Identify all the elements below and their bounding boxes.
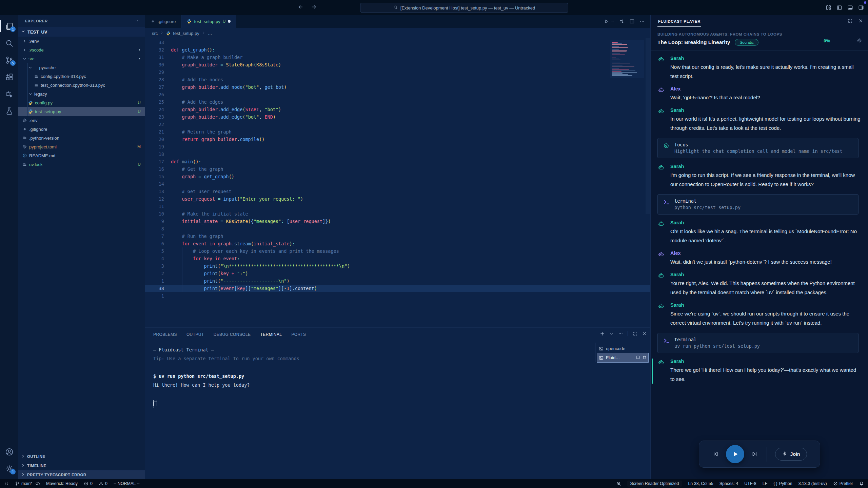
code-line[interactable]: 27 graph_builder.add_node("bot", get_bot… xyxy=(145,83,650,91)
code-line[interactable]: 31 # Make a graph builder xyxy=(145,54,650,61)
file-tree-item[interactable]: .python-version xyxy=(18,134,145,142)
file-tree-item[interactable]: legacy xyxy=(18,89,145,98)
project-root-row[interactable]: TEST_UV xyxy=(18,27,145,37)
file-tree-item[interactable]: .vscode● xyxy=(18,45,145,54)
terminal-tab-debug-console[interactable]: DEBUG CONSOLE xyxy=(214,328,251,341)
status-python[interactable]: { }Python xyxy=(773,481,792,486)
code-line[interactable]: 19 xyxy=(145,143,650,150)
code-line[interactable]: 2 print(key + ":") xyxy=(145,270,650,277)
status-zoom-in-icon[interactable] xyxy=(616,481,621,486)
run-icon[interactable] xyxy=(604,19,609,24)
code-line[interactable]: 26 xyxy=(145,91,650,98)
file-tree-item[interactable]: test_connection.cpython-313.pyc xyxy=(18,81,145,89)
status-0[interactable]: 0 xyxy=(84,481,93,486)
join-button[interactable]: Join xyxy=(775,448,807,461)
action-card-terminal[interactable]: terminalpython src/test_setup.py xyxy=(657,194,859,215)
status-spaces-4[interactable]: Spaces: 4 xyxy=(719,481,738,486)
activity-run-debug-button[interactable] xyxy=(0,85,18,102)
layout-sidebar-right-icon[interactable] xyxy=(858,5,864,11)
terminal-tab-ports[interactable]: PORTS xyxy=(291,328,306,341)
code-editor[interactable]: 3332def get_graph():31 # Make a graph bu… xyxy=(145,38,650,328)
code-line[interactable]: 18 xyxy=(145,150,650,158)
code-line[interactable]: 5 # Loop over each key in events and pri… xyxy=(145,247,650,255)
fluidcast-panel-title[interactable]: FLUIDCAST PLAYER xyxy=(657,16,701,27)
command-center[interactable]: [Extension Development Host] test_setup.… xyxy=(360,3,568,13)
code-line[interactable]: 11 xyxy=(145,203,650,210)
activity-source-control-button[interactable]: 5 xyxy=(0,52,18,68)
split-editor-icon[interactable] xyxy=(629,19,635,24)
layout-sidebar-left-icon[interactable] xyxy=(836,5,842,11)
file-tree-item[interactable]: .env xyxy=(18,116,145,125)
status-lf[interactable]: LF xyxy=(763,481,768,486)
code-line[interactable]: 33 xyxy=(145,39,650,46)
previous-button[interactable] xyxy=(712,450,719,458)
code-line[interactable]: 17def main(): xyxy=(145,158,650,165)
file-tree-item[interactable]: uv.lockU xyxy=(18,160,145,169)
status-screen-reader-optimized[interactable]: Screen Reader Optimized xyxy=(627,481,682,487)
activity-extensions-button[interactable] xyxy=(0,68,18,85)
ellipsis-icon[interactable] xyxy=(639,19,645,24)
code-line[interactable]: 25 # Add the edges xyxy=(145,98,650,106)
code-line[interactable]: 3 print("\n*****************************… xyxy=(145,262,650,270)
code-line[interactable]: 9 initial_state = K8sState({"messages": … xyxy=(145,218,650,225)
split-editor-icon[interactable] xyxy=(636,355,640,361)
breadcrumb-item[interactable]: … xyxy=(208,31,212,36)
maximize-icon[interactable] xyxy=(633,331,638,336)
code-line[interactable]: 15 graph = get_graph() xyxy=(145,173,650,180)
breadcrumb-item[interactable]: test_setup.py xyxy=(173,31,199,36)
close-panel-icon[interactable] xyxy=(858,18,863,25)
forward-arrow-icon[interactable] xyxy=(311,4,317,11)
action-card-focus[interactable]: focusHighlight the chat completion call … xyxy=(657,138,859,158)
code-line[interactable]: 24 graph_builder.add_edge(START, "bot") xyxy=(145,106,650,113)
terminal-tab-terminal[interactable]: TERMINAL xyxy=(260,328,282,341)
sidebar-section-timeline[interactable]: TIMELINE xyxy=(18,461,145,470)
sync-icon[interactable] xyxy=(619,19,625,24)
status-0[interactable]: 0 xyxy=(99,481,107,486)
terminal-output[interactable]: — Fluidcast Terminal —Tip: Use a separat… xyxy=(153,345,593,479)
status-ln-38-col-55[interactable]: Ln 38, Col 55 xyxy=(688,481,713,486)
layout-grid-icon[interactable] xyxy=(826,5,831,11)
terminal-instance-opencode[interactable]: opencode xyxy=(597,344,648,353)
file-tree-item[interactable]: __pycache__ xyxy=(18,63,145,72)
code-line[interactable]: 21 # Return the graph xyxy=(145,128,650,136)
file-tree-item[interactable]: test_setup.pyU xyxy=(18,107,145,116)
code-line[interactable]: 4 for key in event: xyxy=(145,255,650,262)
code-line[interactable]: 1 print("--------------------\n") xyxy=(145,277,650,285)
status-maverick-ready[interactable]: Maverick: Ready xyxy=(46,481,78,486)
code-line[interactable]: 16 # Get the graph xyxy=(145,165,650,173)
breadcrumb[interactable]: srctest_setup.py… xyxy=(145,28,650,38)
status-main-[interactable]: main* xyxy=(15,481,40,486)
code-line[interactable]: 1 xyxy=(145,292,650,300)
file-tree-item[interactable]: .gitignore xyxy=(18,125,145,134)
chevron-down-icon[interactable] xyxy=(609,331,614,336)
code-line[interactable]: 22 xyxy=(145,121,650,128)
breadcrumb-item[interactable]: src xyxy=(152,31,158,36)
plus-icon[interactable] xyxy=(600,331,605,336)
file-tree-item[interactable]: .venv xyxy=(18,37,145,45)
file-tree-item[interactable]: README.md xyxy=(18,151,145,160)
code-line[interactable]: 12 user_request = input("Enter your requ… xyxy=(145,195,650,203)
activity-explorer-button[interactable]: 1 xyxy=(0,18,18,35)
code-line[interactable]: 30 graph_builder = StateGraph(K8sState) xyxy=(145,61,650,68)
code-line[interactable]: 14 xyxy=(145,180,650,188)
terminal-instance-Fluid[interactable]: Fluid… xyxy=(597,353,648,362)
play-button[interactable] xyxy=(726,445,744,463)
code-line[interactable]: 20 return graph_builder.compile() xyxy=(145,136,650,143)
file-tree-item[interactable]: pyproject.tomlM xyxy=(18,142,145,151)
player-settings-gear-icon[interactable] xyxy=(856,38,862,44)
code-line[interactable]: 29 xyxy=(145,68,650,76)
code-line[interactable]: 8 xyxy=(145,225,650,232)
close-icon[interactable] xyxy=(642,331,647,336)
next-button[interactable] xyxy=(751,450,758,458)
trash-icon[interactable] xyxy=(642,355,647,361)
code-line[interactable]: 28 # Add the nodes xyxy=(145,76,650,83)
activity-search-button[interactable] xyxy=(0,35,18,52)
tab-test_setup.py[interactable]: test_setup.pyU xyxy=(181,15,236,28)
activity-testing-button[interactable] xyxy=(0,102,18,119)
code-line[interactable]: 7 # Run the graph xyxy=(145,232,650,240)
terminal-tab-output[interactable]: OUTPUT xyxy=(186,328,204,341)
status-3-13-3-test-uv-[interactable]: 3.13.3 (test-uv) xyxy=(798,481,827,486)
action-card-terminal[interactable]: terminaluv run python src/test_setup.py xyxy=(657,333,859,353)
chevron-down-icon[interactable] xyxy=(611,20,614,23)
activity-accounts-button[interactable] xyxy=(0,443,18,460)
